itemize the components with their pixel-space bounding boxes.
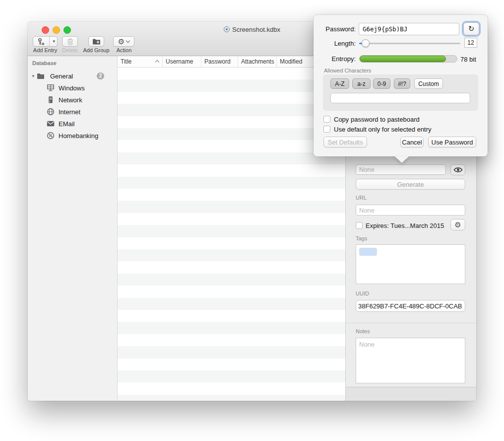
allowed-characters-label: Allowed Characters (324, 68, 371, 74)
delete-label: Delete (59, 47, 81, 53)
windows-icon (47, 84, 55, 92)
sidebar-item-label: Network (59, 96, 82, 104)
tag-token[interactable] (359, 248, 377, 256)
tags-field[interactable] (356, 244, 465, 284)
copy-to-pasteboard-label: Copy password to pasteboard (334, 116, 420, 123)
custom-characters-input[interactable] (330, 93, 470, 103)
entropy-label: Entropy: (314, 55, 356, 63)
sidebar-item-label: Homebanking (59, 132, 98, 140)
entropy-bits-value: 78 bit (460, 56, 476, 63)
entropy-fill (360, 56, 446, 62)
sidebar-item-label: General (50, 73, 73, 80)
window-title: Screenshot.kdbx (232, 26, 280, 33)
copy-to-pasteboard-checkbox[interactable] (323, 116, 330, 123)
sort-ascending-icon (155, 60, 159, 64)
envelope-icon (47, 120, 55, 128)
url-section-label: URL (356, 195, 367, 201)
charset-lowercase-button[interactable]: a-z (352, 78, 371, 89)
charset-uppercase-button[interactable]: A-Z (330, 78, 349, 89)
slider-knob[interactable] (362, 39, 370, 47)
entry-list[interactable] (118, 68, 345, 401)
sidebar: Database ▼ General 2 Windows (28, 56, 118, 401)
sidebar-item-homebanking[interactable]: Homebanking (28, 130, 117, 142)
segment-divider (49, 37, 50, 46)
gear-icon: ⚙ (118, 38, 125, 45)
document-icon (224, 26, 230, 32)
folder-plus-icon (92, 38, 101, 45)
globe-icon (47, 108, 55, 116)
folder-icon (37, 72, 45, 80)
expires-checkbox[interactable] (356, 222, 363, 229)
key-plus-icon (37, 38, 45, 46)
sidebar-item-windows[interactable]: Windows (28, 82, 117, 94)
zoom-button[interactable] (63, 26, 71, 34)
tags-section-label: Tags (356, 235, 367, 241)
uuid-field[interactable] (356, 300, 465, 312)
add-entry-button[interactable]: ▾ (33, 36, 58, 47)
generated-password-input[interactable] (359, 23, 459, 35)
dropdown-arrow-icon[interactable]: ▾ (53, 39, 55, 44)
sidebar-item-internet[interactable]: Internet (28, 106, 117, 118)
sidebar-item-email[interactable]: EMail (28, 118, 117, 130)
expires-label: Expires: Tues...March 2015 (366, 222, 444, 229)
url-input[interactable] (356, 205, 465, 216)
sidebar-section-header: Database (32, 60, 57, 66)
trash-icon (66, 38, 74, 46)
expires-settings-button[interactable]: ⚙ (450, 219, 465, 230)
server-icon (47, 96, 55, 104)
action-button[interactable]: ⚙ (113, 36, 134, 47)
generate-password-button[interactable]: Generate (356, 179, 465, 190)
charset-symbols-button[interactable]: #!? (394, 78, 410, 89)
refresh-icon: ↻ (468, 24, 475, 33)
sidebar-item-label: EMail (59, 120, 75, 128)
percent-icon (47, 132, 55, 140)
sidebar-item-label: Windows (59, 84, 85, 92)
gear-icon: ⚙ (454, 221, 461, 228)
inspector-footer (346, 387, 476, 401)
add-entry-label: Add Entry (28, 47, 63, 53)
sidebar-item-label: Internet (59, 108, 80, 116)
charset-custom-button[interactable]: Custom (414, 78, 443, 89)
sidebar-item-general[interactable]: ▼ General 2 (28, 70, 117, 82)
add-group-button[interactable] (88, 36, 104, 47)
action-label: Action (112, 47, 136, 53)
uuid-section-label: UUID (356, 291, 369, 296)
table-header: Title Username Password Attachments Modi… (118, 56, 345, 68)
popover-arrow (395, 156, 409, 163)
column-header-title[interactable]: Title (118, 56, 163, 67)
delete-button[interactable] (62, 36, 78, 47)
password-generator-popover: Password: ↻ Length: 12 Entropy: 78 bit A… (314, 15, 488, 156)
notes-section-label: Notes (356, 328, 370, 334)
eye-icon (453, 167, 463, 173)
column-header-username[interactable]: Username (163, 56, 201, 67)
use-password-button[interactable]: Use Password (428, 137, 476, 147)
add-group-label: Add Group (79, 47, 113, 53)
cancel-button[interactable]: Cancel (400, 137, 424, 147)
length-slider[interactable] (359, 43, 460, 44)
sidebar-item-network[interactable]: Network (28, 94, 117, 106)
chevron-down-icon (126, 39, 130, 43)
minimize-button[interactable] (53, 26, 60, 34)
charset-digits-button[interactable]: 0-9 (373, 78, 390, 89)
column-header-attachments[interactable]: Attachments (238, 56, 277, 67)
set-defaults-button[interactable]: Set Defaults (323, 137, 367, 147)
regenerate-button[interactable]: ↻ (463, 22, 479, 35)
column-header-password[interactable]: Password (201, 56, 238, 67)
disclosure-triangle-icon[interactable]: ▼ (31, 74, 35, 78)
notes-field[interactable]: None (356, 338, 465, 383)
inspector-divider (346, 323, 476, 323)
entropy-bar (359, 55, 457, 63)
use-default-label: Use default only for selected entry (334, 126, 432, 133)
allowed-characters-group: A-Z a-z 0-9 #!? Custom (323, 74, 478, 111)
use-default-checkbox[interactable] (323, 126, 330, 133)
entry-count-badge: 2 (97, 73, 104, 79)
popover-password-label: Password: (314, 25, 356, 33)
close-button[interactable] (42, 26, 49, 34)
length-label: Length: (314, 40, 356, 47)
password-input[interactable] (356, 164, 446, 175)
length-value-field[interactable]: 12 (464, 38, 477, 48)
reveal-password-button[interactable] (450, 164, 465, 175)
